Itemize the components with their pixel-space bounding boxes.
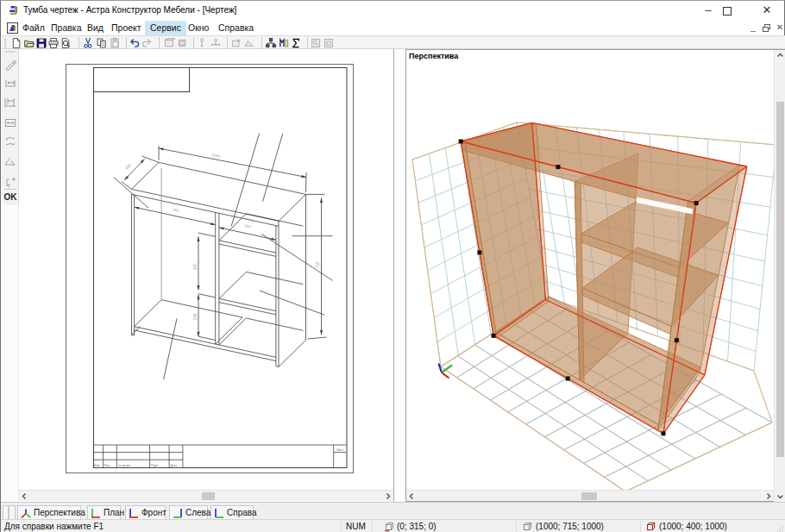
- svg-text:Дата: Дата: [171, 464, 178, 467]
- svg-text:Лист: Лист: [104, 464, 111, 467]
- svg-text:Лист: Лист: [336, 448, 344, 452]
- svg-text:Изм: Изм: [94, 464, 100, 467]
- svg-text:715: 715: [316, 261, 320, 268]
- svg-text:№ докум.: № докум.: [118, 464, 131, 467]
- svg-text:Подп.: Подп.: [151, 464, 159, 467]
- svg-text:236: 236: [193, 313, 198, 320]
- svg-text:300: 300: [193, 263, 198, 270]
